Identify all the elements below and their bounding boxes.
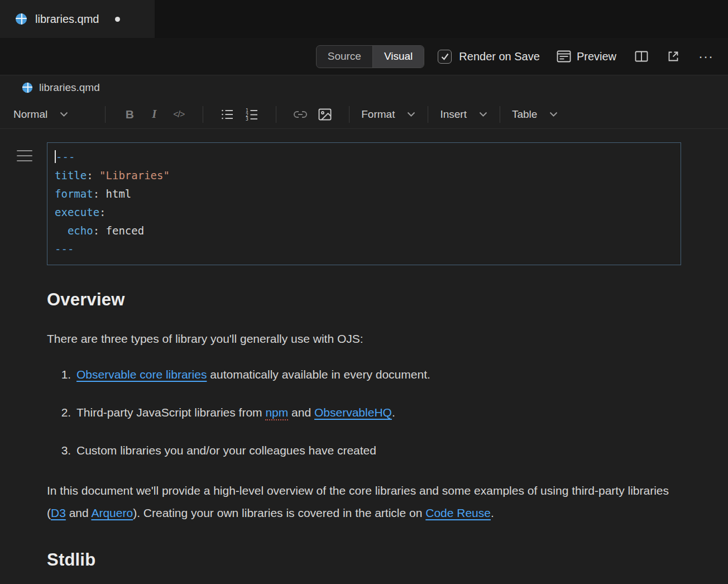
doc-link[interactable]: Code Reuse <box>425 506 491 519</box>
code-line: title: "Libraries" <box>55 166 673 185</box>
source-visual-toggle: Source Visual <box>316 45 425 68</box>
code-line: echo: fenced <box>55 222 673 240</box>
text-segment: Third-party JavaScript libraries from <box>76 406 265 419</box>
toolbar-divider <box>500 106 500 123</box>
text-segment: and <box>66 506 92 519</box>
format-menu[interactable]: Format <box>361 108 416 121</box>
image-button[interactable] <box>313 103 337 126</box>
italic-icon: I <box>152 107 156 121</box>
doc-link[interactable]: Observable core libraries <box>76 368 207 381</box>
section-heading-stdlib: Stdlib <box>47 550 681 570</box>
list-item: Custom libraries you and/or your colleag… <box>74 442 681 459</box>
doc-link[interactable]: Arquero <box>91 506 133 519</box>
code-line: --- <box>55 148 673 166</box>
toolbar-divider <box>105 106 106 123</box>
italic-button[interactable]: I <box>142 103 166 126</box>
split-editor-icon <box>635 50 648 63</box>
format-toolbar: Normal B I </> 1 2 3 <box>0 100 728 129</box>
yaml-chunk-row: ---title: "Libraries"format: htmlexecute… <box>47 142 681 265</box>
table-menu[interactable]: Table <box>512 108 558 121</box>
code-token: --- <box>55 243 74 255</box>
bullet-list-button[interactable] <box>215 103 240 126</box>
text-segment: and <box>288 406 314 419</box>
preview-label: Preview <box>577 50 616 63</box>
code-token: execute <box>55 206 99 218</box>
link-button[interactable] <box>288 103 313 126</box>
quarto-icon <box>15 12 28 26</box>
text-segment: ). Creating your own libraries is covere… <box>133 506 425 519</box>
breadcrumb: libraries.qmd <box>0 75 728 100</box>
toolbar-divider <box>203 106 203 123</box>
code-token: --- <box>56 151 75 163</box>
paragraph-style-dropdown[interactable]: Normal <box>13 108 69 121</box>
code-token: : <box>99 206 106 218</box>
text-segment: automatically available in every documen… <box>207 368 430 381</box>
quarto-file-icon <box>21 82 33 94</box>
code-format-button[interactable]: </> <box>166 103 191 126</box>
toolbar-divider <box>349 106 349 123</box>
code-token: "Libraries" <box>99 169 170 181</box>
render-on-save-control: Render on Save <box>438 50 540 64</box>
insert-menu[interactable]: Insert <box>440 108 488 121</box>
yaml-front-matter-block[interactable]: ---title: "Libraries"format: htmlexecute… <box>47 142 681 265</box>
text-segment: . <box>491 506 494 519</box>
code-token: : <box>93 224 106 237</box>
visual-mode-button[interactable]: Visual <box>372 46 424 68</box>
code-line: format: html <box>55 185 673 203</box>
numbered-list-icon: 1 2 3 <box>245 108 258 121</box>
numbered-list-button[interactable]: 1 2 3 <box>240 103 264 126</box>
insert-menu-label: Insert <box>440 108 467 121</box>
image-icon <box>318 108 332 121</box>
code-token: : <box>93 188 106 200</box>
bullet-list-icon <box>221 108 234 121</box>
paragraph-style-label: Normal <box>13 108 47 121</box>
code-token: title <box>55 169 87 181</box>
table-menu-label: Table <box>512 108 537 121</box>
more-actions-button[interactable]: ··· <box>698 50 713 63</box>
tab-strip: libraries.qmd <box>0 0 728 38</box>
chevron-down-icon <box>406 111 416 118</box>
breadcrumb-filename: libraries.qmd <box>39 82 100 94</box>
closing-paragraph: In this document we'll provide a high-le… <box>47 480 681 524</box>
code-line: execute: <box>55 203 673 222</box>
link-icon <box>294 108 307 121</box>
code-token: format <box>55 188 93 200</box>
visual-editor-canvas[interactable]: ---title: "Libraries"format: htmlexecute… <box>0 129 728 570</box>
text-segment: . <box>392 406 395 419</box>
code-icon: </> <box>173 109 184 119</box>
chevron-down-icon <box>549 111 558 118</box>
code-token: fenced <box>106 224 145 237</box>
render-on-save-label: Render on Save <box>459 50 540 63</box>
bold-button[interactable]: B <box>117 103 142 126</box>
source-mode-button[interactable]: Source <box>317 46 372 68</box>
doc-link[interactable]: D3 <box>51 506 66 519</box>
preview-button[interactable]: Preview <box>557 50 616 63</box>
code-token: html <box>106 188 132 200</box>
toolbar-divider <box>276 106 276 123</box>
editor-action-bar: Source Visual Render on Save Preview <box>0 38 728 75</box>
chevron-down-icon <box>478 111 488 118</box>
tab-title: libraries.qmd <box>35 13 99 26</box>
format-menu-label: Format <box>361 108 395 121</box>
preview-icon <box>557 50 571 63</box>
doc-link[interactable]: npm <box>265 406 288 420</box>
list-item: Observable core libraries automatically … <box>74 366 681 384</box>
tab-libraries-qmd[interactable]: libraries.qmd <box>0 0 155 38</box>
code-token: : <box>87 169 99 181</box>
split-editor-button[interactable] <box>635 50 648 63</box>
bold-icon: B <box>126 108 134 121</box>
open-external-icon <box>667 50 680 63</box>
library-types-list: Observable core libraries automatically … <box>47 366 681 459</box>
render-on-save-checkbox[interactable] <box>438 50 452 64</box>
ellipsis-icon: ··· <box>698 50 713 63</box>
code-line: --- <box>55 240 673 259</box>
code-token: echo <box>68 224 93 237</box>
open-external-button[interactable] <box>667 50 680 63</box>
text-segment: Custom libraries you and/or your colleag… <box>76 444 376 457</box>
intro-paragraph: There are three types of library you'll … <box>47 330 681 348</box>
list-item: Third-party JavaScript libraries from np… <box>74 404 681 422</box>
checkmark-icon <box>440 52 449 61</box>
drag-handle-icon[interactable] <box>17 150 32 161</box>
doc-link[interactable]: ObservableHQ <box>314 406 392 419</box>
chevron-down-icon <box>59 111 69 118</box>
